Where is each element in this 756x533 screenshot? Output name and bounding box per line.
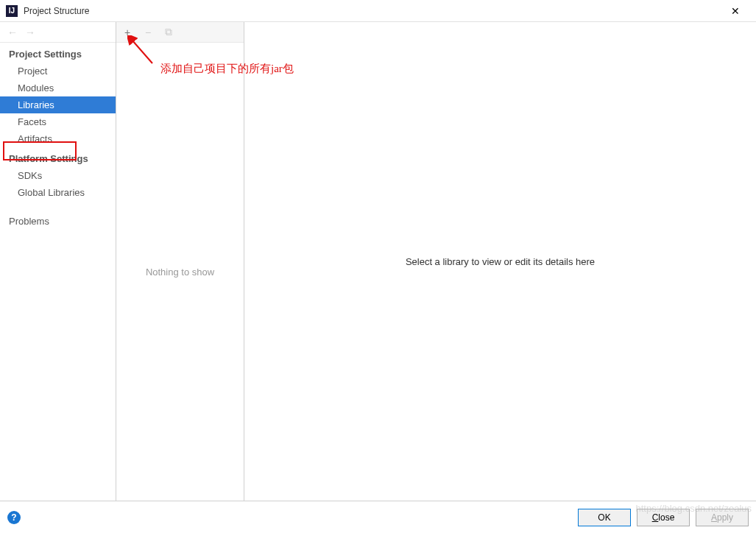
- section-header-project-settings: Project Settings: [0, 43, 116, 63]
- ok-button[interactable]: OK: [578, 509, 631, 526]
- libraries-list-panel: + − ⧉ Nothing to show: [116, 22, 244, 501]
- add-library-button[interactable]: +: [122, 27, 133, 38]
- sidebar-item-libraries[interactable]: Libraries: [0, 96, 116, 113]
- window-title: Project Structure: [24, 6, 721, 16]
- sidebar-item-facets[interactable]: Facets: [0, 113, 116, 130]
- section-header-platform-settings: Platform Settings: [0, 147, 116, 167]
- copy-library-button[interactable]: ⧉: [163, 26, 174, 38]
- close-button[interactable]: Close: [637, 509, 690, 526]
- titlebar: IJ Project Structure ✕: [0, 0, 756, 22]
- detail-placeholder-text: Select a library to view or edit its det…: [406, 256, 595, 267]
- empty-list-text: Nothing to show: [146, 266, 214, 278]
- help-button[interactable]: ?: [7, 511, 21, 524]
- sidebar-nav: ← →: [0, 22, 116, 43]
- sidebar-item-problems[interactable]: Problems: [0, 213, 116, 230]
- apply-button[interactable]: Apply: [696, 509, 749, 526]
- sidebar-item-modules[interactable]: Modules: [0, 80, 116, 96]
- dialog-footer: ? OK Close Apply: [0, 501, 756, 533]
- sidebar: ← → Project Settings Project Modules Lib…: [0, 22, 116, 501]
- nav-back-icon[interactable]: ←: [7, 27, 18, 38]
- app-icon: IJ: [6, 5, 18, 17]
- remove-library-button[interactable]: −: [143, 27, 153, 38]
- content-area: ← → Project Settings Project Modules Lib…: [0, 22, 756, 501]
- sidebar-item-project[interactable]: Project: [0, 63, 116, 80]
- nav-forward-icon[interactable]: →: [25, 27, 35, 38]
- libraries-toolbar: + − ⧉: [116, 22, 244, 43]
- close-window-button[interactable]: ✕: [721, 0, 750, 22]
- libraries-list-empty: Nothing to show: [116, 43, 244, 501]
- sidebar-item-artifacts[interactable]: Artifacts: [0, 130, 116, 147]
- sidebar-item-sdks[interactable]: SDKs: [0, 167, 116, 184]
- sidebar-item-global-libraries[interactable]: Global Libraries: [0, 184, 116, 201]
- library-detail-panel: Select a library to view or edit its det…: [244, 22, 756, 501]
